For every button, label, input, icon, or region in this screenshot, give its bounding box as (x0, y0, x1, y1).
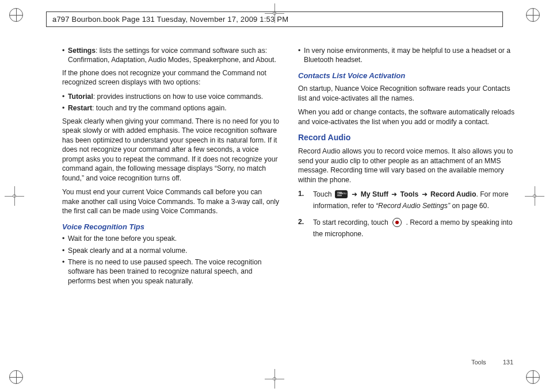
page-header-text: a797 Bourbon.book Page 131 Tuesday, Nove… (52, 15, 288, 24)
steps-list: 1. Touch ➜ My Stuff ➜ Tools ➜ Record Aud… (298, 189, 516, 240)
bullet-settings: Settings: lists the settings for voice c… (62, 46, 280, 65)
bullet-lead: Tutorial (68, 93, 93, 101)
paragraph-contacts-2: When you add or change contacts, the sof… (298, 107, 516, 126)
right-column: In very noise environments, it may be he… (298, 45, 516, 362)
bullet-dot-icon (62, 46, 68, 65)
step1-mystuff: My Stuff (361, 190, 388, 198)
heading-record-audio: Record Audio (298, 132, 516, 143)
paragraph-record-intro: Record Audio allows you to record voice … (298, 147, 516, 185)
step1-record: Record Audio (430, 190, 476, 198)
bullet-text: Settings: lists the settings for voice c… (68, 46, 280, 65)
bullet-dot-icon (298, 46, 304, 65)
step1-ref: “Record Audio Settings” (376, 202, 450, 210)
crop-mark-icon (526, 370, 540, 384)
bullet-dot-icon (62, 258, 68, 286)
footer-section: Tools (471, 359, 486, 366)
step-1: 1. Touch ➜ My Stuff ➜ Tools ➜ Record Aud… (298, 189, 516, 212)
page-footer: Tools 131 (471, 359, 513, 366)
arrow-icon: ➜ (422, 190, 429, 198)
left-column: Settings: lists the settings for voice c… (62, 45, 280, 362)
register-cross-icon (5, 186, 24, 206)
crop-mark-icon (526, 8, 540, 22)
bullet-dot-icon (62, 246, 68, 255)
bullet-tip2: Speak clearly and at a normal volume. (62, 246, 280, 255)
bullet-rest: : provides instructions on how to use vo… (93, 93, 263, 101)
page-header-box: a797 Bourbon.book Page 131 Tuesday, Nove… (46, 11, 503, 27)
bullet-tutorial: Tutorial: provides instructions on how t… (62, 92, 280, 101)
crop-mark-icon (9, 370, 23, 384)
crop-mark-icon (9, 8, 23, 22)
bullet-dot-icon (62, 92, 68, 101)
step-number: 2. (298, 217, 313, 240)
paragraph-unrecognized: If the phone does not recognize your com… (62, 68, 280, 87)
arrow-icon: ➜ (352, 190, 359, 198)
bullet-text: In very noise environments, it may be he… (304, 46, 516, 65)
register-cross-icon (265, 369, 284, 389)
step-number: 1. (298, 189, 313, 212)
bullet-rest: : touch and try the command options agai… (92, 104, 227, 112)
register-cross-icon (525, 186, 544, 206)
step-body: Touch ➜ My Stuff ➜ Tools ➜ Record Audio.… (313, 189, 516, 212)
page-body: Settings: lists the settings for voice c… (62, 45, 516, 362)
bullet-rest: : lists the settings for voice command s… (68, 47, 276, 64)
bullet-text: Wait for the tone before you speak. (68, 234, 280, 243)
bullet-tip3: There is no need to use paused speech. T… (62, 258, 280, 286)
bullet-tip1: Wait for the tone before you speak. (62, 234, 280, 243)
bullet-dot-icon (62, 103, 68, 113)
record-icon (392, 218, 402, 227)
paragraph-contacts-1: On startup, Nuance Voice Recognition sof… (298, 84, 516, 103)
bullet-text: Tutorial: provides instructions on how t… (68, 92, 280, 101)
paragraph-end-call: You must end your current Voice Commands… (62, 187, 280, 216)
bullet-text: There is no need to use paused speech. T… (68, 258, 280, 286)
bullet-restart: Restart: touch and try the command optio… (62, 103, 280, 113)
step-body: To start recording, touch . Record a mem… (313, 217, 516, 240)
arrow-icon: ➜ (391, 190, 399, 198)
step1-tools: Tools (401, 190, 419, 198)
step1-on: on page 60. (450, 202, 489, 210)
subhead-contacts-activation: Contacts List Voice Activation (298, 71, 516, 81)
subhead-voice-tips: Voice Recognition Tips (62, 222, 280, 232)
menu-icon (335, 190, 348, 198)
footer-page-number: 131 (503, 359, 513, 366)
bullet-text: Restart: touch and try the command optio… (68, 103, 280, 113)
bullet-headset: In very noise environments, it may be he… (298, 46, 516, 65)
paragraph-speak-clearly: Speak clearly when giving your command. … (62, 117, 280, 183)
step-2: 2. To start recording, touch . Record a … (298, 217, 516, 240)
step2-a: To start recording, touch (313, 218, 390, 226)
bullet-lead: Restart (68, 104, 92, 112)
bullet-text: Speak clearly and at a normal volume. (68, 246, 280, 255)
bullet-lead: Settings (68, 47, 96, 55)
step1-touch: Touch (313, 190, 334, 198)
bullet-dot-icon (62, 234, 68, 243)
